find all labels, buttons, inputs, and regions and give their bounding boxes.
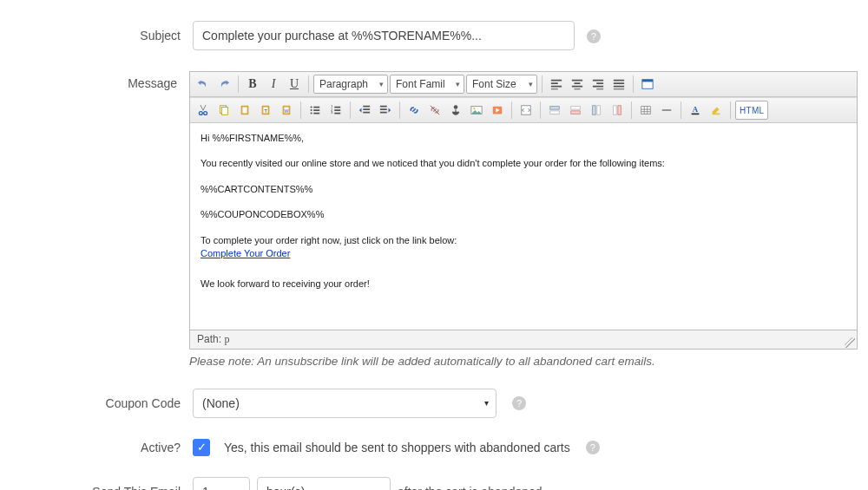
delete-col-icon[interactable] xyxy=(608,101,627,120)
svg-rect-33 xyxy=(662,109,672,111)
insert-row-icon[interactable] xyxy=(545,101,564,120)
paste-word-icon[interactable]: W xyxy=(277,101,296,120)
active-checkbox[interactable]: ✓ xyxy=(193,439,210,456)
editor-line: We look forward to receiving your order! xyxy=(201,278,846,291)
fullscreen-icon[interactable] xyxy=(638,75,657,94)
editor-line: You recently visited our online store an… xyxy=(201,157,846,170)
svg-rect-32 xyxy=(641,107,651,114)
paste-icon[interactable] xyxy=(235,101,254,120)
align-justify-icon[interactable] xyxy=(609,75,628,94)
editor-toolbar-1: B I U Paragraph Font Famil Font Size xyxy=(190,72,857,97)
help-icon[interactable]: ? xyxy=(512,396,526,410)
editor-body[interactable]: Hi %%FIRSTNAME%%, You recently visited o… xyxy=(190,123,857,330)
highlight-icon[interactable] xyxy=(707,101,726,120)
svg-rect-30 xyxy=(614,106,617,115)
editor-line: %%COUPONCODEBOX%% xyxy=(201,208,846,221)
svg-rect-31 xyxy=(618,106,621,115)
cut-icon[interactable] xyxy=(194,101,213,120)
svg-rect-23 xyxy=(522,106,531,115)
hr-icon[interactable] xyxy=(657,101,676,120)
number-list-icon[interactable]: 123 xyxy=(326,101,345,120)
editor-path: Path: p xyxy=(190,330,857,349)
svg-point-14 xyxy=(311,106,312,108)
coupon-label: Coupon Code xyxy=(10,396,193,410)
media-icon[interactable] xyxy=(488,101,507,120)
text-color-icon[interactable]: A xyxy=(686,101,705,120)
image-icon[interactable] xyxy=(467,101,486,120)
outdent-icon[interactable] xyxy=(355,101,374,120)
svg-rect-29 xyxy=(597,106,601,115)
send-after-text: after the cart is abandoned xyxy=(398,485,542,490)
editor-line: %%CARTCONTENTS%% xyxy=(201,183,846,196)
subject-input[interactable] xyxy=(193,21,575,50)
svg-point-16 xyxy=(311,112,312,114)
table-icon[interactable] xyxy=(636,101,655,120)
align-left-icon[interactable] xyxy=(547,75,566,94)
bold-icon[interactable]: B xyxy=(243,75,262,94)
paragraph-select[interactable]: Paragraph xyxy=(313,75,388,94)
svg-point-21 xyxy=(473,108,475,109)
insert-col-icon[interactable] xyxy=(587,101,606,120)
svg-text:3: 3 xyxy=(331,110,333,114)
source-icon[interactable] xyxy=(516,101,536,120)
resize-handle-icon[interactable] xyxy=(845,337,855,348)
svg-point-3 xyxy=(204,112,207,115)
svg-rect-27 xyxy=(571,111,581,114)
align-center-icon[interactable] xyxy=(568,75,587,94)
help-icon[interactable]: ? xyxy=(587,29,601,43)
complete-order-link[interactable]: Complete Your Order xyxy=(201,248,290,258)
svg-text:W: W xyxy=(285,108,289,114)
svg-text:A: A xyxy=(693,105,699,114)
subject-label: Subject xyxy=(10,29,193,42)
undo-icon[interactable] xyxy=(194,75,213,94)
send-unit-select[interactable]: hour(s) xyxy=(257,477,391,490)
coupon-select[interactable]: (None) xyxy=(193,389,496,418)
editor-line: To complete your order right now, just c… xyxy=(201,234,846,261)
rich-text-editor: B I U Paragraph Font Famil Font Size xyxy=(189,71,858,350)
indent-icon[interactable] xyxy=(376,101,395,120)
copy-icon[interactable] xyxy=(214,101,233,120)
align-right-icon[interactable] xyxy=(589,75,608,94)
svg-point-2 xyxy=(199,112,202,115)
font-family-select[interactable]: Font Famil xyxy=(390,75,464,94)
redo-icon[interactable] xyxy=(214,75,233,94)
svg-rect-28 xyxy=(593,106,596,115)
message-label: Message xyxy=(10,71,189,90)
svg-rect-35 xyxy=(692,114,700,115)
svg-rect-36 xyxy=(713,114,720,115)
delete-row-icon[interactable] xyxy=(566,101,585,120)
active-text: Yes, this email should be sent to shoppe… xyxy=(224,441,570,454)
active-label: Active? xyxy=(10,441,193,454)
link-icon[interactable] xyxy=(404,101,424,120)
editor-toolbar-2: T W 123 xyxy=(190,97,857,123)
unsubscribe-note: Please note: An unsubscribe link will be… xyxy=(189,355,858,368)
unlink-icon[interactable] xyxy=(425,101,444,120)
svg-rect-5 xyxy=(221,108,227,115)
send-label: Send This Email xyxy=(10,485,193,490)
bullet-list-icon[interactable] xyxy=(306,101,325,120)
svg-rect-24 xyxy=(550,107,560,110)
svg-text:T: T xyxy=(264,108,267,114)
html-button[interactable]: HTML xyxy=(735,101,768,120)
send-quantity-select[interactable]: 1 xyxy=(193,477,250,490)
paste-text-icon[interactable]: T xyxy=(256,101,275,120)
font-size-select[interactable]: Font Size xyxy=(466,75,537,94)
svg-rect-25 xyxy=(550,111,560,114)
svg-rect-7 xyxy=(242,108,247,114)
svg-rect-26 xyxy=(571,107,581,110)
underline-icon[interactable]: U xyxy=(285,75,304,94)
svg-point-15 xyxy=(311,109,312,111)
help-icon[interactable]: ? xyxy=(586,441,600,454)
editor-line: Hi %%FIRSTNAME%%, xyxy=(201,132,846,145)
italic-icon[interactable]: I xyxy=(264,75,283,94)
svg-rect-1 xyxy=(642,80,653,82)
anchor-icon[interactable] xyxy=(446,101,465,120)
